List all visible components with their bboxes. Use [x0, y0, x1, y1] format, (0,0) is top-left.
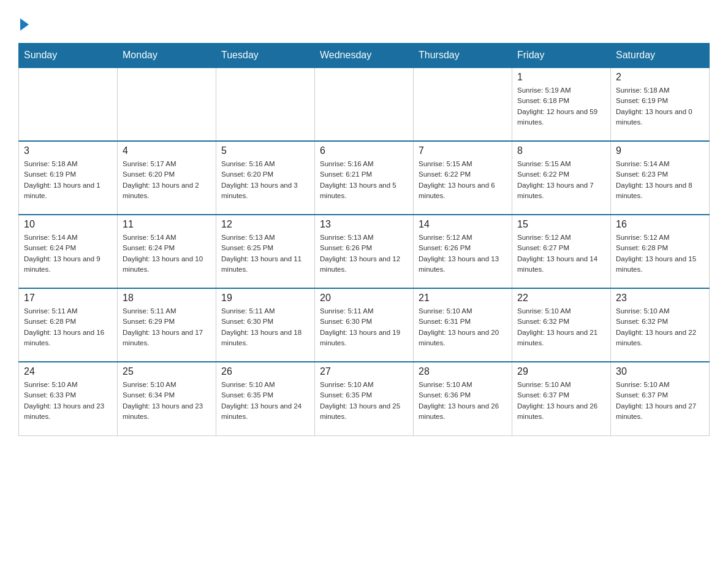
day-number: 10 — [24, 219, 112, 230]
day-number: 27 — [320, 366, 408, 377]
day-info: Sunrise: 5:15 AMSunset: 6:22 PMDaylight:… — [517, 159, 605, 201]
header-row: SundayMondayTuesdayWednesdayThursdayFrid… — [19, 44, 710, 68]
day-number: 9 — [616, 145, 704, 156]
day-number: 30 — [616, 366, 704, 377]
day-number: 5 — [221, 145, 309, 156]
day-info: Sunrise: 5:12 AMSunset: 6:26 PMDaylight:… — [419, 232, 507, 275]
day-header-friday: Friday — [512, 44, 611, 68]
calendar-table: SundayMondayTuesdayWednesdayThursdayFrid… — [18, 43, 710, 436]
calendar-week-3: 10Sunrise: 5:14 AMSunset: 6:24 PMDayligh… — [19, 215, 710, 288]
day-number: 24 — [24, 366, 112, 377]
day-info: Sunrise: 5:16 AMSunset: 6:21 PMDaylight:… — [320, 159, 408, 201]
day-info: Sunrise: 5:10 AMSunset: 6:32 PMDaylight:… — [517, 306, 605, 348]
calendar-cell: 21Sunrise: 5:10 AMSunset: 6:31 PMDayligh… — [414, 288, 512, 362]
calendar-cell: 1Sunrise: 5:19 AMSunset: 6:18 PMDaylight… — [512, 67, 611, 141]
calendar-cell: 29Sunrise: 5:10 AMSunset: 6:37 PMDayligh… — [512, 362, 611, 435]
day-number: 12 — [221, 219, 309, 230]
calendar-cell — [19, 67, 118, 141]
day-number: 11 — [123, 219, 211, 230]
day-header-sunday: Sunday — [19, 44, 118, 68]
calendar-cell: 10Sunrise: 5:14 AMSunset: 6:24 PMDayligh… — [19, 215, 118, 288]
calendar-cell: 3Sunrise: 5:18 AMSunset: 6:19 PMDaylight… — [19, 141, 118, 215]
calendar-cell: 4Sunrise: 5:17 AMSunset: 6:20 PMDaylight… — [118, 141, 216, 215]
calendar-cell: 16Sunrise: 5:12 AMSunset: 6:28 PMDayligh… — [611, 215, 710, 288]
calendar-cell — [216, 67, 315, 141]
day-number: 8 — [517, 145, 605, 156]
logo-triangle-icon — [20, 18, 29, 31]
calendar-cell: 20Sunrise: 5:11 AMSunset: 6:30 PMDayligh… — [315, 288, 414, 362]
calendar-cell: 25Sunrise: 5:10 AMSunset: 6:34 PMDayligh… — [118, 362, 216, 435]
calendar-cell — [118, 67, 216, 141]
day-info: Sunrise: 5:13 AMSunset: 6:26 PMDaylight:… — [320, 232, 408, 275]
day-number: 21 — [419, 293, 507, 304]
day-info: Sunrise: 5:13 AMSunset: 6:25 PMDaylight:… — [221, 232, 309, 275]
day-info: Sunrise: 5:14 AMSunset: 6:24 PMDaylight:… — [24, 232, 112, 275]
day-info: Sunrise: 5:10 AMSunset: 6:36 PMDaylight:… — [419, 380, 507, 422]
day-info: Sunrise: 5:17 AMSunset: 6:20 PMDaylight:… — [123, 159, 211, 201]
day-number: 23 — [616, 293, 704, 304]
day-number: 2 — [616, 72, 704, 83]
day-info: Sunrise: 5:12 AMSunset: 6:28 PMDaylight:… — [616, 232, 704, 275]
page-header — [18, 12, 710, 32]
day-header-wednesday: Wednesday — [315, 44, 414, 68]
calendar-cell: 14Sunrise: 5:12 AMSunset: 6:26 PMDayligh… — [414, 215, 512, 288]
day-number: 6 — [320, 145, 408, 156]
day-info: Sunrise: 5:11 AMSunset: 6:30 PMDaylight:… — [320, 306, 408, 348]
logo — [18, 18, 29, 32]
day-info: Sunrise: 5:15 AMSunset: 6:22 PMDaylight:… — [419, 159, 507, 201]
day-number: 13 — [320, 219, 408, 230]
calendar-week-1: 1Sunrise: 5:19 AMSunset: 6:18 PMDaylight… — [19, 67, 710, 141]
day-info: Sunrise: 5:10 AMSunset: 6:32 PMDaylight:… — [616, 306, 704, 348]
day-header-saturday: Saturday — [611, 44, 710, 68]
calendar-week-5: 24Sunrise: 5:10 AMSunset: 6:33 PMDayligh… — [19, 362, 710, 435]
day-number: 19 — [221, 293, 309, 304]
day-number: 18 — [123, 293, 211, 304]
day-info: Sunrise: 5:11 AMSunset: 6:29 PMDaylight:… — [123, 306, 211, 348]
day-number: 7 — [419, 145, 507, 156]
calendar-week-2: 3Sunrise: 5:18 AMSunset: 6:19 PMDaylight… — [19, 141, 710, 215]
day-number: 20 — [320, 293, 408, 304]
day-info: Sunrise: 5:12 AMSunset: 6:27 PMDaylight:… — [517, 232, 605, 275]
day-number: 1 — [517, 72, 605, 83]
day-info: Sunrise: 5:11 AMSunset: 6:28 PMDaylight:… — [24, 306, 112, 348]
calendar-cell: 28Sunrise: 5:10 AMSunset: 6:36 PMDayligh… — [414, 362, 512, 435]
calendar-cell: 15Sunrise: 5:12 AMSunset: 6:27 PMDayligh… — [512, 215, 611, 288]
calendar-cell: 23Sunrise: 5:10 AMSunset: 6:32 PMDayligh… — [611, 288, 710, 362]
calendar-cell: 17Sunrise: 5:11 AMSunset: 6:28 PMDayligh… — [19, 288, 118, 362]
calendar-cell: 8Sunrise: 5:15 AMSunset: 6:22 PMDaylight… — [512, 141, 611, 215]
calendar-cell: 11Sunrise: 5:14 AMSunset: 6:24 PMDayligh… — [118, 215, 216, 288]
day-info: Sunrise: 5:16 AMSunset: 6:20 PMDaylight:… — [221, 159, 309, 201]
day-info: Sunrise: 5:18 AMSunset: 6:19 PMDaylight:… — [616, 85, 704, 128]
day-info: Sunrise: 5:10 AMSunset: 6:35 PMDaylight:… — [221, 380, 309, 422]
day-number: 25 — [123, 366, 211, 377]
calendar-cell: 24Sunrise: 5:10 AMSunset: 6:33 PMDayligh… — [19, 362, 118, 435]
day-number: 14 — [419, 219, 507, 230]
calendar-cell: 22Sunrise: 5:10 AMSunset: 6:32 PMDayligh… — [512, 288, 611, 362]
calendar-cell: 9Sunrise: 5:14 AMSunset: 6:23 PMDaylight… — [611, 141, 710, 215]
day-number: 29 — [517, 366, 605, 377]
calendar-cell: 2Sunrise: 5:18 AMSunset: 6:19 PMDaylight… — [611, 67, 710, 141]
day-number: 4 — [123, 145, 211, 156]
calendar-cell — [414, 67, 512, 141]
day-number: 26 — [221, 366, 309, 377]
day-info: Sunrise: 5:14 AMSunset: 6:23 PMDaylight:… — [616, 159, 704, 201]
calendar-cell: 26Sunrise: 5:10 AMSunset: 6:35 PMDayligh… — [216, 362, 315, 435]
calendar-cell: 18Sunrise: 5:11 AMSunset: 6:29 PMDayligh… — [118, 288, 216, 362]
calendar-cell: 30Sunrise: 5:10 AMSunset: 6:37 PMDayligh… — [611, 362, 710, 435]
calendar-cell: 27Sunrise: 5:10 AMSunset: 6:35 PMDayligh… — [315, 362, 414, 435]
day-header-thursday: Thursday — [414, 44, 512, 68]
logo-blue-text — [18, 18, 29, 32]
day-info: Sunrise: 5:19 AMSunset: 6:18 PMDaylight:… — [517, 85, 605, 128]
day-number: 15 — [517, 219, 605, 230]
calendar-cell: 19Sunrise: 5:11 AMSunset: 6:30 PMDayligh… — [216, 288, 315, 362]
day-info: Sunrise: 5:10 AMSunset: 6:31 PMDaylight:… — [419, 306, 507, 348]
calendar-week-4: 17Sunrise: 5:11 AMSunset: 6:28 PMDayligh… — [19, 288, 710, 362]
calendar-cell: 12Sunrise: 5:13 AMSunset: 6:25 PMDayligh… — [216, 215, 315, 288]
calendar-cell: 7Sunrise: 5:15 AMSunset: 6:22 PMDaylight… — [414, 141, 512, 215]
day-header-tuesday: Tuesday — [216, 44, 315, 68]
day-info: Sunrise: 5:10 AMSunset: 6:37 PMDaylight:… — [616, 380, 704, 422]
day-info: Sunrise: 5:14 AMSunset: 6:24 PMDaylight:… — [123, 232, 211, 275]
calendar-cell: 6Sunrise: 5:16 AMSunset: 6:21 PMDaylight… — [315, 141, 414, 215]
calendar-cell: 13Sunrise: 5:13 AMSunset: 6:26 PMDayligh… — [315, 215, 414, 288]
day-info: Sunrise: 5:18 AMSunset: 6:19 PMDaylight:… — [24, 159, 112, 201]
